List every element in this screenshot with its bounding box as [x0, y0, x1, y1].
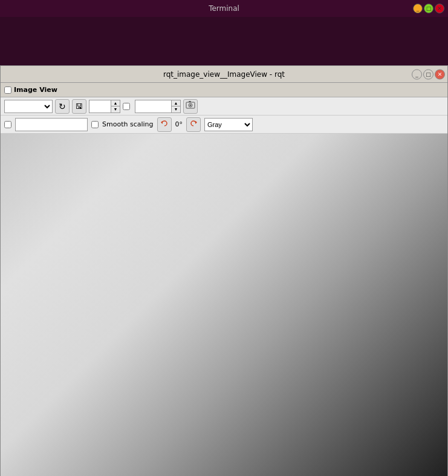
interval-down-button[interactable]: ▼ — [172, 106, 180, 112]
topic-text-input[interactable] — [15, 118, 88, 131]
spinner-up-button[interactable]: ▲ — [111, 100, 120, 107]
rotate-left-icon — [160, 119, 169, 130]
rotate-right-button[interactable] — [186, 117, 201, 132]
rotate-right-icon — [189, 119, 198, 130]
spinner-down-button[interactable]: ▼ — [111, 106, 120, 112]
terminal-controls: _ □ ✕ — [413, 4, 444, 13]
rqt-window: rqt_image_view__ImageView - rqt _ □ ✕ Im… — [0, 65, 448, 476]
terminal-titlebar: Terminal _ □ ✕ — [0, 0, 448, 17]
rotate-left-button[interactable] — [157, 117, 172, 132]
terminal-close-button[interactable]: ✕ — [435, 4, 444, 13]
svg-marker-4 — [161, 121, 163, 124]
toolbar-row1: ↻ 🖫 0 ▲ ▼ 10.00m ▲ ▼ — [1, 97, 447, 116]
screenshot-icon — [186, 100, 195, 112]
smooth-checkbox2[interactable] — [91, 121, 99, 128]
colormap-dropdown[interactable]: Gray Jet Hot Cool HSV — [204, 118, 253, 131]
terminal-maximize-button[interactable]: □ — [424, 4, 433, 13]
interval-up-button[interactable]: ▲ — [172, 100, 180, 107]
num-input[interactable]: 0 — [89, 100, 111, 113]
svg-marker-5 — [195, 121, 197, 124]
image-display-area — [1, 134, 447, 476]
toolbar-row2: Smooth scaling 0° Gray Jet Hot Cool — [1, 116, 447, 134]
terminal-minimize-button[interactable]: _ — [413, 4, 423, 13]
save-button[interactable]: 🖫 — [72, 99, 86, 114]
plugin-header: Image View D ? - O — [1, 83, 447, 97]
smooth-scaling-checkbox[interactable] — [4, 121, 11, 128]
interval-input[interactable]: 10.00m — [135, 100, 171, 113]
rqt-controls: _ □ ✕ — [412, 69, 445, 79]
topic-dropdown[interactable] — [4, 100, 53, 113]
svg-rect-2 — [189, 101, 191, 102]
rqt-title: rqt_image_view__ImageView - rqt — [163, 70, 285, 79]
rqt-close-button[interactable]: ✕ — [435, 69, 445, 79]
refresh-icon: ↻ — [59, 102, 66, 111]
smooth-scaling-label: Smooth scaling — [102, 120, 154, 128]
screenshot-button[interactable] — [183, 99, 198, 114]
plugin-title: Image View — [14, 86, 57, 94]
interval-spinner: 10.00m ▲ ▼ — [135, 100, 181, 113]
interval-spinner-buttons: ▲ ▼ — [171, 100, 181, 113]
terminal-title: Terminal — [209, 4, 239, 13]
num-spinner: 0 ▲ ▼ — [89, 100, 120, 113]
save-icon: 🖫 — [76, 102, 83, 111]
plugin-toggle-checkbox[interactable] — [4, 86, 11, 94]
checkbox2[interactable] — [123, 103, 130, 110]
rqt-maximize-button[interactable]: □ — [423, 69, 433, 79]
rqt-minimize-button[interactable]: _ — [412, 69, 422, 79]
svg-point-3 — [190, 105, 192, 106]
angle-display: 0° — [175, 120, 183, 128]
spinner-buttons: ▲ ▼ — [111, 100, 120, 113]
refresh-button[interactable]: ↻ — [55, 99, 70, 114]
rqt-titlebar: rqt_image_view__ImageView - rqt _ □ ✕ — [1, 66, 447, 83]
